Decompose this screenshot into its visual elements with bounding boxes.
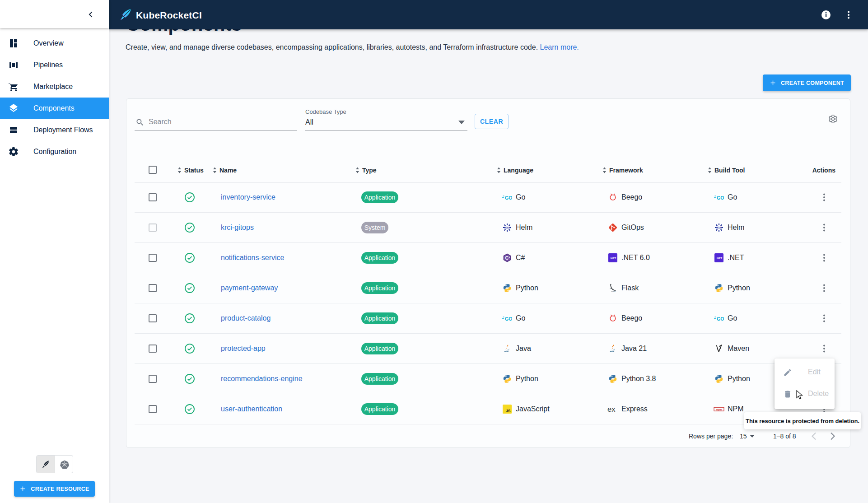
- svg-text:.NET: .NET: [716, 256, 722, 260]
- svg-text:GO: GO: [717, 316, 724, 321]
- svg-text:HELM: HELM: [716, 226, 723, 229]
- svg-text:Flask: Flask: [611, 290, 616, 293]
- svg-text:GO: GO: [505, 195, 512, 200]
- svg-text:.NET: .NET: [610, 256, 616, 260]
- svg-text:JS: JS: [506, 409, 511, 413]
- svg-text:GO: GO: [717, 195, 724, 200]
- svg-text:GO: GO: [505, 316, 512, 321]
- svg-text:HELM: HELM: [504, 226, 511, 229]
- svg-text:npm: npm: [716, 408, 722, 411]
- svg-text:C: C: [505, 255, 509, 261]
- svg-text:ex: ex: [607, 405, 616, 413]
- svg-text:#: #: [509, 256, 510, 259]
